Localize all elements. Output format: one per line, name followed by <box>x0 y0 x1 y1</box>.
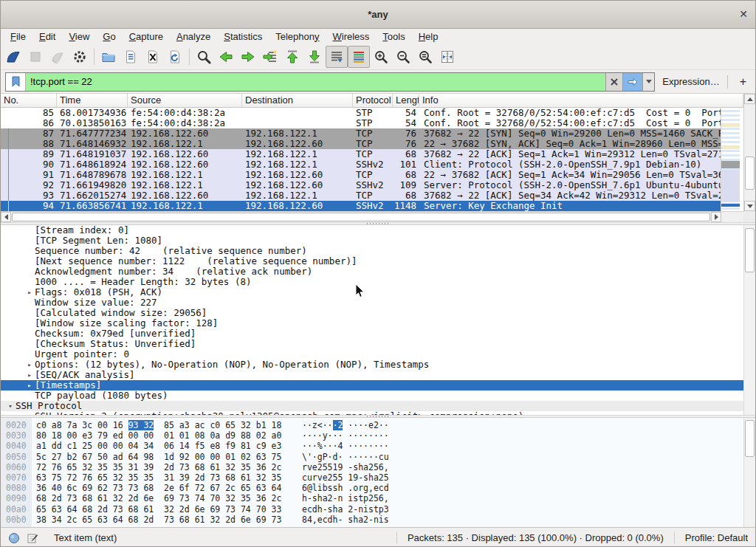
profile-button[interactable]: Profile: Default <box>674 532 748 543</box>
scroll-right-icon[interactable] <box>711 212 721 222</box>
detail-row[interactable]: ▸ [Timestamps] <box>1 380 755 391</box>
zoom-in-icon[interactable] <box>370 46 392 68</box>
expander-icon[interactable]: ▸ <box>24 359 35 370</box>
expander-icon[interactable]: ▸ <box>24 380 35 391</box>
expander-icon[interactable] <box>24 235 35 246</box>
filter-bookmark-icon[interactable] <box>6 73 26 91</box>
go-back-icon[interactable] <box>215 46 237 68</box>
hex-row[interactable]: 0080 36 40 6c 69 62 73 73 68 2e 6f 72 67… <box>1 483 755 493</box>
menu-item[interactable]: File <box>4 31 32 42</box>
menu-item[interactable]: Go <box>96 31 122 42</box>
capture-comment-icon[interactable] <box>27 532 38 544</box>
packet-row[interactable]: 94 71.663856741 192.168.122.1 192.168.12… <box>1 201 721 211</box>
column-header-source[interactable]: Source <box>128 94 242 107</box>
filter-dropdown-icon[interactable] <box>642 73 654 91</box>
capture-options-icon[interactable] <box>69 46 91 68</box>
detail-row[interactable]: ▸ Options: (12 bytes), No-Operation (NOP… <box>1 359 755 370</box>
expression-button[interactable]: Expression… <box>662 76 719 87</box>
hex-vscrollbar[interactable] <box>743 418 755 527</box>
expander-icon[interactable] <box>24 256 35 266</box>
detail-row[interactable]: [Next sequence number: 1122 (relative se… <box>1 256 755 266</box>
expander-icon[interactable] <box>24 349 35 359</box>
go-to-packet-icon[interactable] <box>259 46 281 68</box>
hex-row[interactable]: 0040 a1 dd c1 25 00 00 04 34 06 14 f5 e8… <box>1 441 755 451</box>
details-scroll-thumb[interactable] <box>745 228 755 272</box>
hex-row[interactable]: 00b0 38 34 2c 65 63 64 68 2d 73 68 61 32… <box>1 515 755 525</box>
titlebar[interactable]: *any ✕ <box>1 1 755 29</box>
menu-item[interactable]: Analyze <box>170 31 217 42</box>
expander-icon[interactable] <box>24 297 35 308</box>
open-file-icon[interactable] <box>97 46 120 68</box>
detail-row[interactable]: [Checksum Status: Unverified] <box>1 339 755 349</box>
hex-scroll-thumb[interactable] <box>745 420 755 457</box>
detail-row[interactable]: Checksum: 0x79ed [unverified] <box>1 328 755 339</box>
hex-row[interactable]: 0060 72 76 65 32 35 35 31 39 2d 73 68 61… <box>1 462 755 472</box>
expander-icon[interactable] <box>24 266 35 277</box>
expander-icon[interactable] <box>24 328 35 339</box>
scroll-left-icon[interactable] <box>1 212 11 222</box>
expert-info-icon[interactable] <box>8 532 20 544</box>
hex-row[interactable]: 0050 5c 27 b2 67 50 ad 64 98 1d 92 00 00… <box>1 452 755 462</box>
scroll-down-icon[interactable] <box>744 201 755 211</box>
packet-row[interactable]: 91 71.648789678 192.168.122.1 192.168.12… <box>1 170 721 180</box>
menu-item[interactable]: Telephony <box>269 31 326 42</box>
hscrollbar-thumb[interactable] <box>12 213 710 221</box>
column-header-destination[interactable]: Destination <box>242 94 353 107</box>
resize-columns-icon[interactable] <box>436 46 458 68</box>
stop-capture-icon[interactable] <box>24 46 47 68</box>
restart-capture-icon[interactable] <box>47 46 69 68</box>
expander-icon[interactable] <box>24 225 35 235</box>
packet-row[interactable]: 89 71.648191037 192.168.122.60 192.168.1… <box>1 149 721 159</box>
expander-icon[interactable]: ▸ <box>24 287 35 297</box>
hex-row[interactable]: 0030 80 18 00 e3 79 ed 00 00 01 01 08 0a… <box>1 430 755 441</box>
expander-icon[interactable]: ▾ <box>5 401 16 411</box>
display-filter-input[interactable] <box>26 73 605 91</box>
detail-row[interactable]: Window size value: 227 <box>1 297 755 308</box>
expander-icon[interactable] <box>24 246 35 256</box>
expander-icon[interactable] <box>24 308 35 318</box>
filter-clear-icon[interactable] <box>605 73 622 91</box>
go-last-packet-icon[interactable] <box>303 46 326 68</box>
packet-row[interactable]: 90 71.648618924 192.168.122.60 192.168.1… <box>1 159 721 170</box>
detail-row[interactable]: [TCP Segment Len: 1080] <box>1 235 755 246</box>
add-filter-button[interactable]: + <box>735 75 751 89</box>
detail-row[interactable]: [Calculated window size: 29056] <box>1 308 755 318</box>
packet-row[interactable]: 93 71.662015274 192.168.122.60 192.168.1… <box>1 190 721 201</box>
menu-item[interactable]: Capture <box>123 31 170 42</box>
detail-row[interactable]: [Stream index: 0] <box>1 225 755 235</box>
filter-apply-icon[interactable] <box>622 73 642 91</box>
packet-list-minimap[interactable] <box>721 108 740 211</box>
expander-icon[interactable] <box>24 318 35 328</box>
colorize-packets-icon[interactable] <box>348 46 370 68</box>
vscrollbar-thumb[interactable] <box>745 156 755 190</box>
detail-row[interactable]: ▾ SSH Protocol <box>1 401 755 411</box>
start-capture-icon[interactable] <box>2 46 24 68</box>
menu-item[interactable]: Statistics <box>217 31 269 42</box>
close-icon[interactable]: ✕ <box>739 1 748 28</box>
hex-row[interactable]: 0090 68 2d 73 68 61 32 2d 6e 69 73 74 70… <box>1 493 755 503</box>
expander-icon[interactable]: ▸ <box>24 370 35 380</box>
column-header-length[interactable]: Length <box>393 94 419 107</box>
packet-list-vscrollbar[interactable] <box>743 94 755 211</box>
column-header-no[interactable]: No. <box>1 94 57 107</box>
hex-row[interactable]: 0020 c0 a8 7a 3c 00 16 93 32 85 a3 ac c0… <box>1 420 755 430</box>
packet-list-hscrollbar[interactable] <box>1 211 743 222</box>
menu-item[interactable]: View <box>62 31 96 42</box>
packet-row[interactable]: 92 71.661949820 192.168.122.1 192.168.12… <box>1 180 721 190</box>
column-header-info[interactable]: Info <box>419 94 743 107</box>
scroll-up-icon[interactable] <box>744 94 755 104</box>
go-first-packet-icon[interactable] <box>281 46 303 68</box>
detail-row[interactable]: TCP payload (1080 bytes) <box>1 391 755 401</box>
column-header-time[interactable]: Time <box>57 94 128 107</box>
auto-scroll-icon[interactable] <box>326 46 348 68</box>
column-header-protocol[interactable]: Protocol <box>353 94 393 107</box>
save-file-icon[interactable] <box>120 46 142 68</box>
packet-row[interactable]: 85 68.001734936 fe:54:00:d4:38:2a STP 54… <box>1 108 721 118</box>
detail-row[interactable]: [Window size scaling factor: 128] <box>1 318 755 328</box>
zoom-out-icon[interactable] <box>392 46 414 68</box>
go-forward-icon[interactable] <box>237 46 259 68</box>
detail-row[interactable]: ▸ Flags: 0x018 (PSH, ACK) <box>1 287 755 297</box>
expander-icon[interactable] <box>24 277 35 287</box>
detail-row[interactable]: Sequence number: 42 (relative sequence n… <box>1 246 755 256</box>
packet-row[interactable]: 88 71.648146932 192.168.122.1 192.168.12… <box>1 139 721 149</box>
